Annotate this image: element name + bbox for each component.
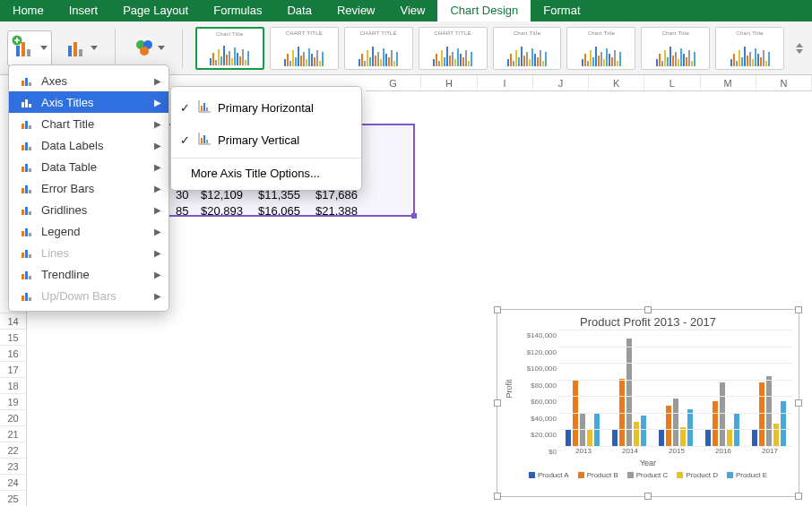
- chart-bar: [566, 430, 571, 447]
- chevron-right-icon: ▶: [154, 270, 161, 279]
- ribbon-tab-format[interactable]: Format: [531, 0, 592, 21]
- svg-rect-38: [25, 271, 28, 279]
- svg-rect-2: [27, 49, 30, 56]
- chart-bar: [641, 416, 646, 447]
- submenu-item-more-options[interactable]: More Axis Title Options...: [171, 160, 361, 185]
- column-header[interactable]: L: [644, 75, 700, 90]
- svg-rect-51: [203, 135, 205, 143]
- ribbon-tab-formulas[interactable]: Formulas: [201, 0, 274, 21]
- chart-style-thumb[interactable]: CHART TITLE: [270, 27, 339, 70]
- row-header[interactable]: 17: [0, 362, 27, 378]
- column-header[interactable]: G: [366, 75, 421, 90]
- chart-bar: [612, 430, 618, 447]
- menu-item-error-bars[interactable]: Error Bars▶: [9, 177, 168, 199]
- chart-style-thumb[interactable]: CHART TITLE: [344, 27, 413, 70]
- chart-element-icon: [20, 246, 34, 259]
- submenu-item-primary-horizontal[interactable]: ✓Primary Horizontal: [171, 91, 361, 124]
- cell-value: $16,065: [258, 204, 315, 218]
- ribbon-tab-insert[interactable]: Insert: [56, 0, 111, 21]
- chart-style-thumb[interactable]: CHART TITLE: [419, 27, 488, 70]
- quick-layout-button[interactable]: [61, 30, 102, 66]
- chevron-right-icon: ▶: [154, 291, 161, 301]
- y-tick-label: $60,000: [524, 398, 558, 406]
- ribbon-tab-chart-design[interactable]: Chart Design: [437, 0, 531, 21]
- ribbon-tab-review[interactable]: Review: [324, 0, 388, 21]
- chart-style-gallery: Chart TitleCHART TITLECHART TITLECHART T…: [195, 27, 784, 70]
- row-header[interactable]: 22: [0, 442, 27, 459]
- divider: [182, 29, 183, 68]
- chart-bar: [720, 382, 725, 447]
- menu-item-legend[interactable]: Legend▶: [9, 220, 168, 242]
- ribbon-tab-page-layout[interactable]: Page Layout: [110, 0, 201, 21]
- chart-style-thumb[interactable]: Chart Title: [195, 27, 264, 70]
- gallery-scroll[interactable]: [793, 43, 805, 54]
- chart-style-thumb[interactable]: Chart Title: [715, 27, 784, 70]
- chart-bar: [634, 422, 639, 447]
- menu-item-trendline[interactable]: Trendline▶: [9, 263, 168, 285]
- embedded-chart[interactable]: Product Profit 2013 - 2017 Profit $0$20,…: [497, 309, 799, 497]
- column-header[interactable]: H: [421, 75, 477, 90]
- svg-rect-1: [22, 42, 25, 56]
- chart-style-thumb[interactable]: Chart Title: [641, 27, 710, 70]
- y-axis-label[interactable]: Profit: [505, 379, 514, 398]
- ribbon-tab-view[interactable]: View: [388, 0, 438, 21]
- svg-rect-13: [22, 102, 24, 107]
- axis-titles-submenu: ✓Primary Horizontal✓Primary VerticalMore…: [170, 86, 362, 191]
- change-colors-button[interactable]: [128, 30, 169, 66]
- chart-style-thumb[interactable]: Chart Title: [493, 27, 562, 70]
- column-header[interactable]: I: [478, 75, 533, 90]
- chevron-right-icon: ▶: [154, 227, 161, 236]
- chart-style-thumb[interactable]: Chart Title: [566, 27, 635, 70]
- menu-item-label: Axis Titles: [41, 96, 94, 109]
- column-header[interactable]: M: [701, 75, 756, 90]
- row-header[interactable]: 15: [0, 330, 27, 346]
- menu-item-data-table[interactable]: Data Table▶: [9, 156, 168, 177]
- svg-rect-21: [29, 147, 31, 150]
- row-header[interactable]: 20: [0, 410, 27, 426]
- submenu-item-primary-vertical[interactable]: ✓Primary Vertical: [171, 124, 361, 156]
- svg-rect-22: [22, 167, 24, 172]
- chart-bar: [713, 401, 718, 447]
- y-tick-label: $20,000: [524, 431, 558, 439]
- chart-element-icon: [20, 74, 34, 87]
- chart-bar: [752, 430, 757, 448]
- ribbon-tab-home[interactable]: Home: [0, 0, 56, 21]
- chart-bar: [666, 406, 671, 447]
- row-header[interactable]: 18: [0, 378, 27, 394]
- chart-legend[interactable]: Product AProduct BProduct CProduct DProd…: [497, 467, 799, 483]
- row-header[interactable]: 24: [0, 475, 27, 491]
- menu-item-label: Data Table: [41, 160, 97, 174]
- menu-item-gridlines[interactable]: Gridlines▶: [9, 199, 168, 220]
- menu-item-axis-titles[interactable]: Axis Titles▶: [9, 91, 168, 113]
- chart-bar: [659, 430, 664, 448]
- menu-item-axes[interactable]: Axes▶: [9, 70, 168, 91]
- svg-rect-23: [25, 164, 28, 172]
- row-header[interactable]: 19: [0, 394, 27, 410]
- add-chart-element-button[interactable]: [7, 30, 52, 66]
- chart-bar: [759, 382, 764, 447]
- chart-element-icon: [20, 268, 34, 280]
- row-header[interactable]: 23: [0, 459, 27, 475]
- chart-bar: [766, 376, 772, 447]
- submenu-item-label: More Axis Title Options...: [178, 167, 320, 180]
- chart-bar: [573, 381, 578, 447]
- svg-rect-41: [25, 293, 28, 301]
- menu-item-data-labels[interactable]: Data Labels▶: [9, 134, 168, 156]
- ribbon-tab-data[interactable]: Data: [274, 0, 324, 21]
- svg-point-9: [140, 47, 149, 56]
- column-header[interactable]: J: [533, 75, 589, 90]
- x-axis-label[interactable]: Year: [497, 458, 799, 467]
- row-header[interactable]: 21: [0, 426, 27, 442]
- chart-plot-area: Profit $0$20,000$40,000$60,000$80,000$10…: [524, 330, 793, 447]
- menu-item-chart-title[interactable]: Chart Title▶: [9, 113, 168, 134]
- column-header[interactable]: K: [589, 75, 644, 90]
- row-header[interactable]: 14: [0, 313, 27, 330]
- chart-bar: [626, 339, 632, 447]
- y-tick-label: $120,000: [524, 347, 558, 356]
- row-header[interactable]: 16: [0, 346, 27, 362]
- menu-item-label: Legend: [41, 225, 80, 238]
- svg-rect-33: [29, 233, 31, 236]
- svg-rect-30: [29, 211, 31, 215]
- column-header[interactable]: N: [756, 75, 812, 90]
- row-header[interactable]: 25: [0, 491, 27, 506]
